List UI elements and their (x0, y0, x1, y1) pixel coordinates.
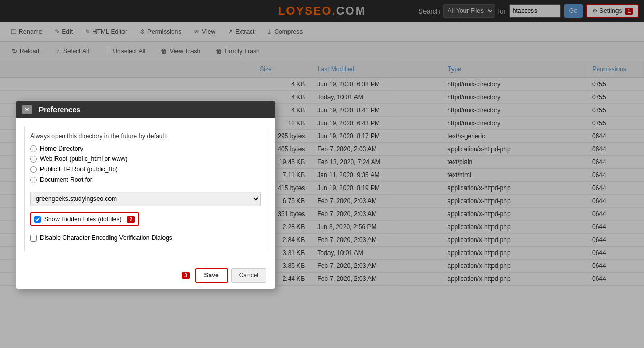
radio-home-directory[interactable]: Home Directory (30, 145, 261, 152)
radio-doc-root[interactable]: Document Root for: (30, 176, 261, 183)
preferences-modal: ✕ Preferences Always open this directory… (16, 100, 275, 289)
domain-select[interactable]: greengeeks.studyingseo.com (30, 192, 261, 206)
save-button[interactable]: Save (195, 268, 228, 283)
show-hidden-label: Show Hidden Files (dotfiles) (44, 216, 121, 223)
radio-ftp-root-input[interactable] (30, 166, 37, 173)
modal-close-button[interactable]: ✕ (22, 105, 32, 114)
disable-encoding-checkbox[interactable] (30, 235, 37, 242)
modal-body: Always open this directory in the future… (16, 118, 275, 264)
radio-web-root-input[interactable] (30, 156, 37, 163)
modal-overlay: ✕ Preferences Always open this directory… (0, 0, 644, 348)
footer-badge-3: 3 (182, 272, 190, 279)
modal-section-label: Always open this directory in the future… (30, 132, 261, 140)
cancel-button[interactable]: Cancel (231, 268, 266, 283)
radio-home-input[interactable] (30, 145, 37, 152)
modal-title: Preferences (39, 105, 80, 114)
show-hidden-files-checkbox[interactable] (34, 216, 41, 223)
radio-doc-root-input[interactable] (30, 177, 37, 183)
modal-footer: 3 Save Cancel (16, 264, 275, 289)
radio-home-label: Home Directory (40, 145, 83, 152)
checkbox-badge-2: 2 (127, 216, 135, 223)
modal-header: ✕ Preferences (16, 101, 275, 118)
radio-web-root-label: Web Root (public_html or www) (40, 155, 128, 163)
radio-web-root[interactable]: Web Root (public_html or www) (30, 155, 261, 163)
disable-encoding-label: Disable Character Encoding Verification … (40, 234, 172, 242)
radio-ftp-root-label: Public FTP Root (public_ftp) (40, 166, 118, 173)
radio-doc-root-label: Document Root for: (40, 176, 94, 183)
modal-scroll-area: Always open this directory in the future… (24, 127, 266, 251)
disable-encoding-checkbox-label[interactable]: Disable Character Encoding Verification … (30, 234, 261, 242)
radio-ftp-root[interactable]: Public FTP Root (public_ftp) (30, 166, 261, 173)
show-hidden-files-checkbox-label[interactable]: Show Hidden Files (dotfiles) 2 (30, 212, 139, 226)
radio-group: Home Directory Web Root (public_html or … (30, 145, 261, 183)
